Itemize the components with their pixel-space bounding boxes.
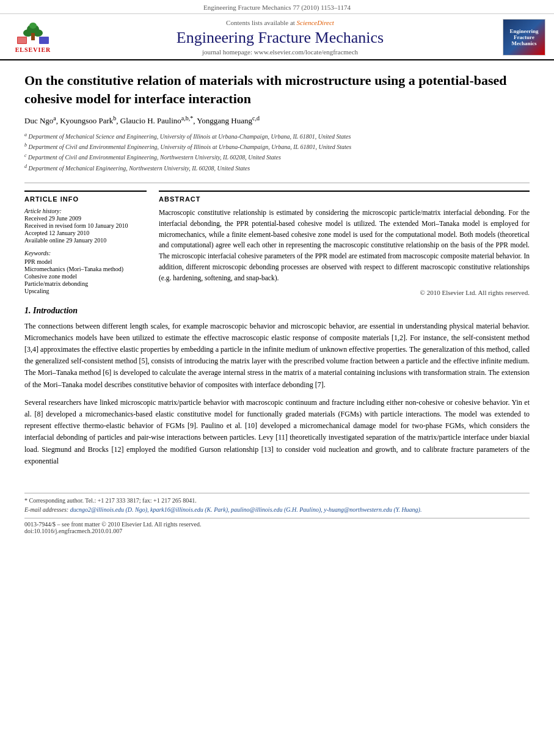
affiliation-a: a Department of Mechanical Science and E… xyxy=(24,131,530,141)
available-date: Available online 29 January 2010 xyxy=(24,237,147,244)
footer: * Corresponding author. Tel.: +1 217 333… xyxy=(24,493,530,534)
abstract-header: ABSTRACT xyxy=(159,195,530,203)
affiliations: a Department of Mechanical Science and E… xyxy=(24,131,530,173)
svg-rect-7 xyxy=(18,37,26,43)
authors: Duc Ngoa, Kyoungsoo Parkb, Glaucio H. Pa… xyxy=(24,115,530,126)
two-column-section: ARTICLE INFO Article history: Received 2… xyxy=(24,191,530,296)
keywords-list: PPR model Micromechanics (Mori–Tanaka me… xyxy=(24,258,147,294)
abstract-text: Macroscopic constitutive relationship is… xyxy=(159,208,530,284)
keywords-label: Keywords: xyxy=(24,250,147,256)
footer-corresponding: * Corresponding author. Tel.: +1 217 333… xyxy=(24,497,530,504)
section-1-heading: 1. Introduction xyxy=(24,306,530,316)
affiliation-b: b Department of Civil and Environmental … xyxy=(24,142,530,151)
history-label: Article history: xyxy=(24,208,147,214)
elsevier-logo-area: ELSEVIER xyxy=(9,19,57,56)
keyword-1: PPR model xyxy=(24,258,147,265)
footer-email-addresses: ducngo2@illinois.edu (D. Ngo), kpark16@i… xyxy=(70,506,422,513)
section-1-para-1: The connections between different length… xyxy=(24,321,530,391)
accepted-date: Accepted 12 January 2010 xyxy=(24,230,147,236)
main-content: On the constitutive relation of material… xyxy=(0,60,554,483)
contents-line: Contents lists available at ScienceDirec… xyxy=(64,19,497,26)
article-title: On the constitutive relation of material… xyxy=(24,71,530,107)
footer-bottom: 0013-7944/$ – see front matter © 2010 El… xyxy=(24,518,530,534)
article-history: Article history: Received 29 June 2009 R… xyxy=(24,208,147,244)
top-bar: Engineering Fracture Mechanics 77 (2010)… xyxy=(0,0,554,14)
journal-citation: Engineering Fracture Mechanics 77 (2010)… xyxy=(203,4,351,11)
journal-header: ELSEVIER Contents lists available at Sci… xyxy=(0,14,554,60)
keywords-section: Keywords: PPR model Micromechanics (Mori… xyxy=(24,250,147,294)
section-1-para-2: Several researchers have linked microsco… xyxy=(24,397,530,467)
elsevier-logo: ELSEVIER xyxy=(15,22,51,53)
footer-license: 0013-7944/$ – see front matter © 2010 El… xyxy=(24,521,530,528)
sciencedirect-link[interactable]: ScienceDirect xyxy=(297,19,334,26)
svg-rect-4 xyxy=(31,33,35,40)
elsevier-tree-icon xyxy=(16,22,50,45)
abstract-section: ABSTRACT Macroscopic constitutive relati… xyxy=(159,191,530,296)
article-info: ARTICLE INFO Article history: Received 2… xyxy=(24,191,147,296)
footer-email: E-mail addresses: ducngo2@illinois.edu (… xyxy=(24,506,530,513)
journal-center: Contents lists available at ScienceDirec… xyxy=(57,19,503,56)
section-divider xyxy=(24,183,530,183)
abstract-copyright: © 2010 Elsevier Ltd. All rights reserved… xyxy=(159,289,530,296)
page: Engineering Fracture Mechanics 77 (2010)… xyxy=(0,0,554,756)
keyword-4: Particle/matrix debonding xyxy=(24,280,147,287)
journal-title: Engineering Fracture Mechanics xyxy=(64,29,497,47)
received-date: Received 29 June 2009 xyxy=(24,215,147,222)
keyword-2: Micromechanics (Mori–Tanaka method) xyxy=(24,266,147,272)
affiliation-d: d Department of Mechanical Engineering, … xyxy=(24,163,530,173)
journal-thumbnail: Engineering Fracture Mechanics xyxy=(503,19,545,56)
keyword-5: Upscaling xyxy=(24,288,147,294)
elsevier-wordmark: ELSEVIER xyxy=(15,46,51,53)
svg-point-5 xyxy=(29,23,37,29)
keyword-3: Cohesive zone model xyxy=(24,273,147,280)
footer-doi: doi:10.1016/j.engfracmech.2010.01.007 xyxy=(24,528,530,534)
journal-homepage: journal homepage: www.elsevier.com/locat… xyxy=(64,48,497,56)
revised-date: Received in revised form 10 January 2010 xyxy=(24,222,147,229)
article-info-header: ARTICLE INFO xyxy=(24,195,147,203)
svg-rect-8 xyxy=(39,37,49,44)
affiliation-c: c Department of Civil and Environmental … xyxy=(24,152,530,162)
